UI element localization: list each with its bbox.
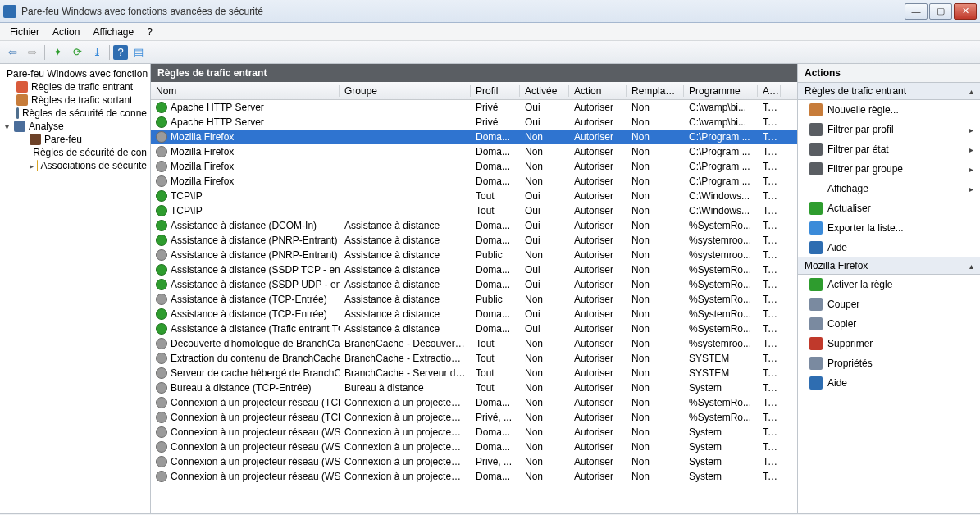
table-row[interactable]: Connexion à un projecteur réseau (WSD ..… bbox=[151, 454, 797, 469]
action-item[interactable]: Supprimer bbox=[798, 334, 980, 353]
rule-profile: Tout bbox=[471, 382, 520, 394]
table-row[interactable]: Assistance à distance (Trafic entrant TC… bbox=[151, 321, 797, 336]
col-activee[interactable]: Activée bbox=[520, 85, 569, 97]
table-row[interactable]: Assistance à distance (PNRP-Entrant)Assi… bbox=[151, 233, 797, 248]
action-icon bbox=[809, 143, 823, 156]
table-row[interactable]: Mozilla FirefoxDoma...NonAutoriserNonC:\… bbox=[151, 159, 797, 174]
table-row[interactable]: Assistance à distance (TCP-Entrée)Assist… bbox=[151, 307, 797, 321]
action-item[interactable]: Aide bbox=[798, 373, 980, 393]
rule-action: Autoriser bbox=[569, 102, 627, 113]
rule-program: System bbox=[684, 471, 758, 482]
action-item[interactable]: Affichage▸ bbox=[798, 179, 980, 198]
action-item[interactable]: Activer la règle bbox=[798, 275, 980, 294]
action-label: Aide bbox=[827, 377, 847, 389]
table-row[interactable]: Assistance à distance (DCOM-In)Assistanc… bbox=[151, 218, 797, 233]
action-label: Aide bbox=[827, 242, 847, 253]
actions-group-inbound[interactable]: Règles de trafic entrant▴ bbox=[798, 83, 980, 100]
action-item[interactable]: Filtrer par profil▸ bbox=[798, 120, 980, 139]
tree-inbound[interactable]: Règles de trafic entrant bbox=[2, 80, 148, 93]
action-item[interactable]: Exporter la liste... bbox=[798, 218, 980, 238]
action-item[interactable]: Nouvelle règle... bbox=[798, 100, 980, 120]
rule-status-icon bbox=[156, 471, 167, 482]
table-row[interactable]: TCP\IPToutOuiAutoriserNonC:\Windows...To… bbox=[151, 203, 797, 218]
action-item[interactable]: Actualiser bbox=[798, 198, 980, 218]
rule-override: Non bbox=[627, 456, 684, 467]
export-button[interactable]: ⤓ bbox=[88, 43, 106, 62]
close-button[interactable]: ✕ bbox=[954, 3, 977, 20]
tree-firewall[interactable]: Pare-feu bbox=[2, 133, 148, 146]
col-remplacer[interactable]: Remplacer bbox=[627, 85, 684, 97]
action-item[interactable]: Propriétés bbox=[798, 353, 980, 373]
actions-pane: Actions Règles de trafic entrant▴ Nouvel… bbox=[798, 64, 980, 513]
col-nom[interactable]: Nom bbox=[151, 85, 340, 97]
table-row[interactable]: Assistance à distance (SSDP TCP - en ent… bbox=[151, 262, 797, 277]
back-button[interactable]: ⇦ bbox=[3, 43, 21, 62]
table-row[interactable]: Découverte d'homologue de BranchCac...Br… bbox=[151, 336, 797, 351]
tree-outbound[interactable]: Règles de trafic sortant bbox=[2, 93, 148, 107]
refresh-button[interactable]: ⟳ bbox=[68, 43, 86, 62]
minimize-button[interactable]: — bbox=[905, 3, 928, 20]
table-row[interactable]: Assistance à distance (TCP-Entrée)Assist… bbox=[151, 292, 797, 307]
rule-override: Non bbox=[627, 353, 684, 364]
rule-override: Non bbox=[627, 471, 684, 482]
action-item[interactable]: Aide bbox=[798, 238, 980, 258]
properties-button[interactable]: ▤ bbox=[130, 43, 148, 62]
tree-consec[interactable]: Règles de sécurité de conne bbox=[2, 107, 148, 120]
table-row[interactable]: Assistance à distance (SSDP UDP - en ent… bbox=[151, 277, 797, 292]
rule-program: C:\Program ... bbox=[684, 131, 758, 143]
tree-root[interactable]: Pare-feu Windows avec fonction bbox=[2, 67, 148, 80]
rule-profile: Privé, ... bbox=[471, 456, 520, 467]
col-profil[interactable]: Profil bbox=[471, 85, 520, 97]
rule-profile: Doma... bbox=[471, 279, 520, 290]
tree-secrules[interactable]: Règles de sécurité de con bbox=[2, 146, 148, 159]
rule-status-icon bbox=[156, 205, 167, 216]
rule-profile: Doma... bbox=[471, 235, 520, 246]
table-row[interactable]: Mozilla FirefoxDoma...NonAutoriserNonC:\… bbox=[151, 174, 797, 189]
rule-action: Autoriser bbox=[569, 116, 627, 128]
help-button[interactable]: ? bbox=[113, 45, 128, 60]
table-row[interactable]: Connexion à un projecteur réseau (WSD ..… bbox=[151, 425, 797, 440]
rule-address: Tou bbox=[758, 264, 781, 276]
action-item[interactable]: Couper bbox=[798, 294, 980, 314]
menu-action[interactable]: Action bbox=[46, 25, 86, 39]
grid-body[interactable]: Apache HTTP ServerPrivéOuiAutoriserNonC:… bbox=[151, 100, 797, 513]
menu-help[interactable]: ? bbox=[140, 25, 159, 39]
rule-group: Connexion à un projecteur r... bbox=[340, 426, 471, 438]
rule-group: Connexion à un projecteur r... bbox=[340, 412, 471, 423]
col-adresse[interactable]: Adr bbox=[758, 85, 781, 97]
menu-affichage[interactable]: Affichage bbox=[86, 25, 140, 39]
table-row[interactable]: Connexion à un projecteur réseau (WSD ..… bbox=[151, 469, 797, 484]
submenu-icon: ▸ bbox=[969, 125, 973, 134]
rule-enabled: Oui bbox=[520, 116, 569, 128]
forward-button[interactable]: ⇨ bbox=[23, 43, 41, 62]
action-item[interactable]: Filtrer par groupe▸ bbox=[798, 159, 980, 179]
rule-override: Non bbox=[627, 426, 684, 438]
maximize-button[interactable]: ▢ bbox=[929, 3, 952, 20]
tree-analyse[interactable]: ▾Analyse bbox=[2, 120, 148, 133]
action-item[interactable]: Filtrer par état▸ bbox=[798, 139, 980, 159]
table-row[interactable]: Assistance à distance (PNRP-Entrant)Assi… bbox=[151, 248, 797, 262]
col-action[interactable]: Action bbox=[569, 85, 627, 97]
table-row[interactable]: Connexion à un projecteur réseau (WSD ..… bbox=[151, 440, 797, 454]
menu-fichier[interactable]: Fichier bbox=[3, 25, 46, 39]
rule-override: Non bbox=[627, 249, 684, 261]
table-row[interactable]: Bureau à distance (TCP-Entrée)Bureau à d… bbox=[151, 381, 797, 395]
tree-assoc[interactable]: ▸Associations de sécurité bbox=[2, 159, 148, 172]
actions-group-selection[interactable]: Mozilla Firefox▴ bbox=[798, 258, 980, 275]
col-programme[interactable]: Programme bbox=[684, 85, 758, 97]
table-row[interactable]: Mozilla FirefoxDoma...NonAutoriserNonC:\… bbox=[151, 144, 797, 159]
rule-enabled: Non bbox=[520, 146, 569, 157]
new-button[interactable]: ✦ bbox=[48, 43, 66, 62]
table-row[interactable]: Mozilla FirefoxDoma...NonAutoriserNonC:\… bbox=[151, 130, 797, 144]
rule-program: %SystemRo... bbox=[684, 323, 758, 335]
rule-group: Assistance à distance bbox=[340, 279, 471, 290]
table-row[interactable]: Extraction du contenu de BranchCache (..… bbox=[151, 351, 797, 366]
table-row[interactable]: Apache HTTP ServerPrivéOuiAutoriserNonC:… bbox=[151, 115, 797, 130]
table-row[interactable]: Apache HTTP ServerPrivéOuiAutoriserNonC:… bbox=[151, 100, 797, 115]
table-row[interactable]: Connexion à un projecteur réseau (TCP-E.… bbox=[151, 410, 797, 425]
col-groupe[interactable]: Groupe bbox=[340, 85, 471, 97]
table-row[interactable]: TCP\IPToutOuiAutoriserNonC:\Windows...To… bbox=[151, 189, 797, 203]
action-item[interactable]: Copier bbox=[798, 314, 980, 334]
table-row[interactable]: Connexion à un projecteur réseau (TCP-E.… bbox=[151, 395, 797, 410]
table-row[interactable]: Serveur de cache hébergé de BranchCac...… bbox=[151, 366, 797, 381]
